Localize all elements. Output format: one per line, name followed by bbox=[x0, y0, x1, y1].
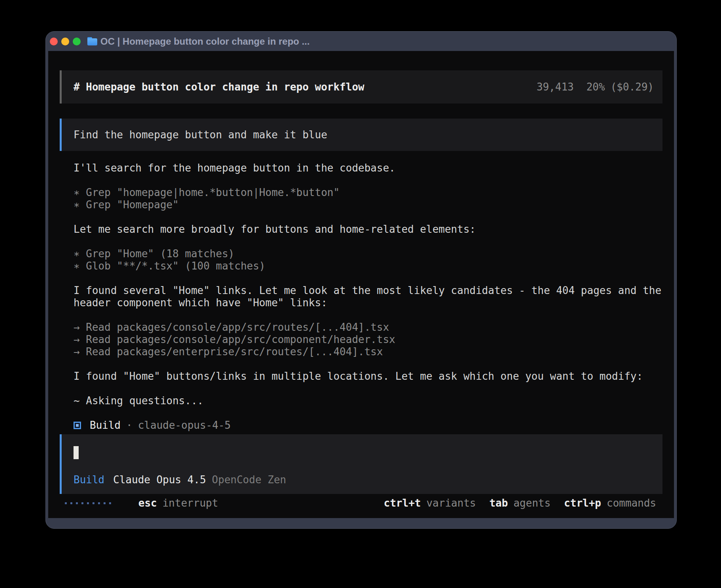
token-count: 39,413 bbox=[537, 81, 574, 93]
input-model: Claude Opus 4.5 bbox=[113, 474, 206, 486]
agent-model: claude-opus-4-5 bbox=[138, 419, 231, 432]
window-title: OC | Homepage button color change in rep… bbox=[100, 36, 310, 47]
assistant-message-line: Let me search more broadly for buttons a… bbox=[74, 223, 662, 236]
commands-hint: ctrl+p commands bbox=[564, 497, 656, 509]
tool-call-grep: ∗ Grep "Home" (18 matches) bbox=[74, 248, 662, 260]
variants-hint: ctrl+t variants bbox=[384, 497, 476, 509]
session-stats: 39,413 20% ($0.29) bbox=[537, 81, 654, 93]
agent-name: Build bbox=[90, 419, 121, 432]
assistant-message-line: I found several "Home" links. Let me loo… bbox=[74, 285, 662, 297]
user-message-text: Find the homepage button and make it blu… bbox=[74, 129, 327, 141]
transcript: I'll search for the homepage button in t… bbox=[74, 162, 662, 407]
tab-key: tab bbox=[489, 497, 508, 509]
close-button[interactable] bbox=[50, 38, 58, 45]
assistant-message-line: I'll search for the homepage button in t… bbox=[74, 162, 662, 174]
session-header: # Homepage button color change in repo w… bbox=[60, 70, 662, 104]
esc-key: esc bbox=[138, 497, 157, 509]
tool-call-glob: ∗ Glob "**/*.tsx" (100 matches) bbox=[74, 260, 662, 272]
folder-icon bbox=[87, 37, 97, 45]
user-message: Find the homepage button and make it blu… bbox=[60, 119, 662, 151]
ctrl-p-key: ctrl+p bbox=[564, 497, 601, 509]
tool-call-read: → Read packages/enterprise/src/routes/[.… bbox=[74, 346, 662, 358]
asking-questions-status: ~ Asking questions... bbox=[74, 395, 662, 407]
spinner-dots bbox=[65, 502, 111, 504]
session-cost: ($0.29) bbox=[610, 81, 654, 93]
text-cursor bbox=[74, 446, 79, 459]
agents-label: agents bbox=[513, 497, 551, 509]
maximize-button[interactable] bbox=[73, 38, 81, 45]
commands-label: commands bbox=[607, 497, 656, 509]
input-provider: OpenCode Zen bbox=[212, 474, 286, 486]
minimize-button[interactable] bbox=[61, 38, 69, 45]
assistant-message-line: header component which have "Home" links… bbox=[74, 297, 662, 309]
agent-build-icon bbox=[74, 422, 81, 429]
status-bar: esc interrupt ctrl+t variants tab agents… bbox=[60, 497, 662, 509]
session-title: # Homepage button color change in repo w… bbox=[74, 81, 364, 93]
agents-hint: tab agents bbox=[489, 497, 551, 509]
variants-label: variants bbox=[427, 497, 476, 509]
prompt-input[interactable]: Build Claude Opus 4.5 OpenCode Zen bbox=[60, 434, 662, 494]
agent-status: Build · claude-opus-4-5 bbox=[74, 419, 662, 432]
context-percent: 20% bbox=[586, 81, 605, 93]
traffic-lights bbox=[48, 38, 81, 45]
assistant-message-line: I found "Home" buttons/links in multiple… bbox=[74, 370, 662, 383]
tool-call-grep: ∗ Grep "homepage|home.*button|Home.*butt… bbox=[74, 187, 662, 199]
tool-call-read: → Read packages/console/app/src/routes/[… bbox=[74, 321, 662, 334]
ctrl-t-key: ctrl+t bbox=[384, 497, 421, 509]
agent-separator: · bbox=[126, 419, 132, 432]
tool-call-read: → Read packages/console/app/src/componen… bbox=[74, 334, 662, 346]
input-agent-mode[interactable]: Build bbox=[74, 474, 104, 486]
terminal-window: OC | Homepage button color change in rep… bbox=[45, 31, 677, 529]
input-meta: Build Claude Opus 4.5 OpenCode Zen bbox=[74, 474, 662, 486]
window-titlebar[interactable]: OC | Homepage button color change in rep… bbox=[46, 32, 676, 51]
tool-call-grep: ∗ Grep "Homepage" bbox=[74, 199, 662, 211]
esc-hint: esc interrupt bbox=[138, 497, 218, 509]
esc-label: interrupt bbox=[162, 497, 218, 509]
terminal-content: # Homepage button color change in repo w… bbox=[48, 51, 674, 518]
